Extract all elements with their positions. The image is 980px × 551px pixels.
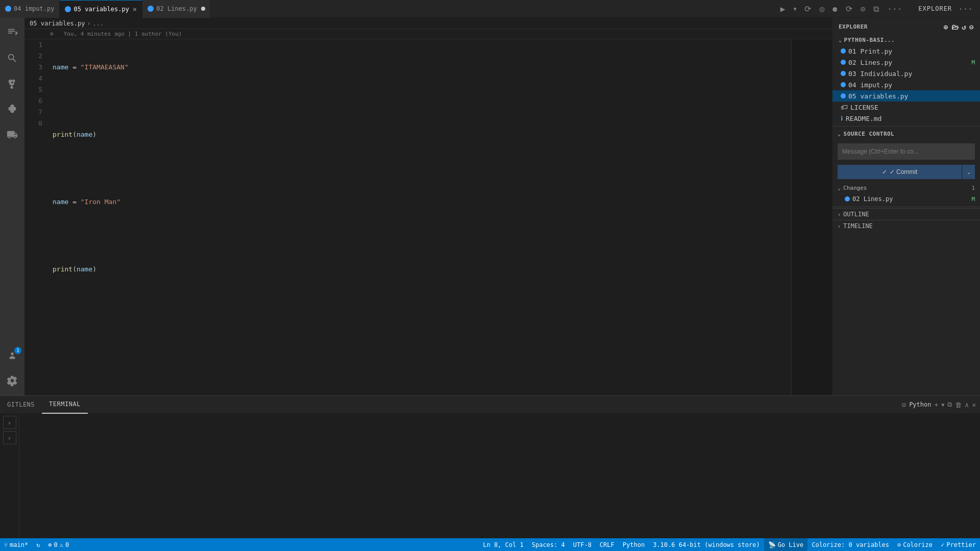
readme-icon: ℹ (841, 115, 843, 122)
terminal-tab-label: TERMINAL (49, 400, 81, 408)
code-content[interactable]: name = "ITAMAEASAN" print(name) name = "… (47, 39, 791, 395)
file-item-imput[interactable]: 04 imput.py (832, 79, 980, 90)
explorer-header-icons: ⊕ 🗁 ↺ ⊖ (944, 23, 974, 31)
new-folder-icon[interactable]: 🗁 (951, 23, 959, 31)
status-colorize[interactable]: ⊘ Colorize (893, 538, 937, 551)
source-control-header[interactable]: ⌄ SOURCE CONTROL (832, 128, 980, 140)
new-file-icon[interactable]: ⊕ (944, 23, 948, 31)
collapse-icon[interactable]: ⊖ (969, 23, 974, 31)
code-line-5: name = "Iron Man" (53, 196, 786, 208)
terminal-shell-icon: ⊡ (902, 401, 906, 409)
file-item-variables[interactable]: 05 variables.py (832, 90, 980, 102)
refresh-icon[interactable]: ↺ (962, 23, 966, 31)
code-line-6 (53, 230, 786, 241)
gitlens-icon[interactable]: ◎ (817, 3, 826, 15)
timeline-label: TIMELINE (843, 222, 873, 230)
terminal-shell-label: Python (909, 401, 931, 408)
bottom-tab-right: ⊡ Python + ▼ ⧉ 🗑 ∧ ✕ (898, 400, 980, 409)
terminal-main[interactable] (19, 414, 980, 538)
status-errors[interactable]: ⊗ 0 ⚠ 0 (44, 538, 73, 551)
sync-icon[interactable]: ⟳ (844, 3, 854, 15)
tab-04-imput[interactable]: 04 imput.py (0, 0, 60, 18)
prettier-text: Prettier (946, 541, 976, 548)
status-language[interactable]: Python (619, 538, 649, 551)
status-python-version[interactable]: 3.10.6 64-bit (windows store) (649, 538, 764, 551)
terminal-add-dropdown-button[interactable]: ▼ (941, 402, 944, 408)
commit-btn-container: ✓ ✓ Commit ⌄ (838, 165, 975, 179)
outline-section[interactable]: › OUTLINE (832, 208, 980, 220)
file-name-7: README.md (846, 115, 881, 122)
explorer-more-button[interactable]: ··· (956, 3, 975, 15)
terminal-add-button[interactable]: + (934, 401, 938, 409)
file-name-2: 02 Lines.py (848, 59, 892, 66)
tab-terminal[interactable]: TERMINAL (42, 396, 88, 414)
terminal-side-icon-2[interactable]: › (3, 431, 16, 444)
activity-icon-debug[interactable] (0, 97, 24, 121)
account-badge: 1 (14, 347, 21, 354)
terminal-kill-button[interactable]: 🗑 (955, 401, 962, 409)
status-go-live[interactable]: 📡 Go Live (764, 538, 808, 551)
status-spaces[interactable]: Spaces: 4 (528, 538, 569, 551)
code-line-4 (53, 163, 786, 174)
tab-gitlens[interactable]: GITLENS (0, 396, 42, 414)
status-colorize-info[interactable]: Colorize: 0 variables (807, 538, 893, 551)
status-bar-left: ⑂ main* ↻ ⊗ 0 ⚠ 0 (0, 538, 73, 551)
tab2-close-button[interactable]: × (133, 6, 137, 13)
changed-file-lines[interactable]: 02 Lines.py M (832, 193, 980, 205)
file-item-lines[interactable]: 02 Lines.py M (832, 57, 980, 68)
status-branch[interactable]: ⑂ main* (0, 538, 32, 551)
bottom-panel: GITLENS TERMINAL ⊡ Python + ▼ ⧉ 🗑 ∧ ✕ › … (0, 395, 980, 538)
activity-bar-bottom: 1 (0, 344, 24, 395)
changed-file-badge: M (971, 196, 975, 203)
code-editor[interactable]: 1 2 3 4 5 6 7 8 name = "ITAMAEASAN" prin… (24, 39, 832, 395)
tab-02-lines[interactable]: 02 Lines.py (142, 0, 210, 18)
file-item-readme[interactable]: ℹ README.md (832, 113, 980, 124)
split-editor-icon[interactable]: ⧉ (871, 3, 881, 15)
main-content: 1 05 variables.py › ... ≡ You, 4 minutes… (0, 18, 980, 395)
explorer-title: EXPLORER (839, 23, 868, 30)
status-encoding[interactable]: UTF-8 (569, 538, 596, 551)
activity-icon-account[interactable]: 1 (0, 344, 24, 368)
status-sync-button[interactable]: ↻ (32, 538, 44, 551)
explorer-label: EXPLORER (918, 5, 952, 12)
file-name-1: 01 Print.py (848, 47, 892, 55)
terminal-side-icon-1[interactable]: › (3, 416, 16, 429)
run-dropdown-button[interactable]: ▼ (791, 5, 798, 13)
commit-message-input[interactable] (838, 143, 975, 160)
file-dot-5 (841, 93, 846, 98)
commit-dropdown-button[interactable]: ⌄ (962, 165, 975, 179)
file-badge-2: M (971, 59, 975, 66)
spaces-text: Spaces: 4 (532, 541, 565, 548)
position-text: Ln 8, Col 1 (483, 541, 523, 548)
terminal-split-button[interactable]: ⧉ (947, 400, 952, 409)
activity-icon-settings[interactable] (0, 368, 24, 393)
branch-icon[interactable]: ⚈ (830, 3, 840, 15)
status-position[interactable]: Ln 8, Col 1 (479, 538, 527, 551)
changes-header[interactable]: ⌄ Changes 1 (832, 182, 980, 193)
status-line-ending[interactable]: CRLF (596, 538, 619, 551)
activity-icon-source-control[interactable] (0, 71, 24, 96)
python-section-header[interactable]: ⌄ PYTHON-BASI... (832, 36, 980, 44)
file-item-print[interactable]: 01 Print.py (832, 45, 980, 57)
activity-icon-extensions[interactable] (0, 122, 24, 147)
code-line-8 (53, 297, 786, 309)
terminal-close-button[interactable]: ✕ (972, 401, 976, 409)
branch-icon: ⑂ (4, 541, 8, 548)
timeline-section[interactable]: › TIMELINE (832, 220, 980, 232)
terminal-maximize-button[interactable]: ∧ (965, 401, 969, 409)
changes-count: 1 (971, 185, 975, 191)
file-item-individual[interactable]: 03 Individual.py (832, 68, 980, 79)
run-button[interactable]: ▶ (778, 3, 788, 15)
changes-section: ⌄ Changes 1 02 Lines.py M (832, 181, 980, 206)
activity-icon-search[interactable] (0, 46, 24, 70)
run-icon2[interactable]: ⊙ (859, 3, 868, 15)
antenna-icon: 📡 (768, 541, 776, 548)
commit-button[interactable]: ✓ ✓ Commit (838, 165, 962, 179)
file-icon-tab1 (5, 6, 11, 12)
activity-icon-explorer[interactable] (0, 20, 24, 45)
history-button[interactable]: ⟳ (802, 3, 813, 15)
file-item-license[interactable]: 🏷 LICENSE (832, 102, 980, 113)
tab-05-variables[interactable]: 05 variables.py × (60, 0, 142, 18)
status-prettier[interactable]: ✓ Prettier (937, 538, 980, 551)
more-actions-button[interactable]: ··· (885, 3, 904, 15)
